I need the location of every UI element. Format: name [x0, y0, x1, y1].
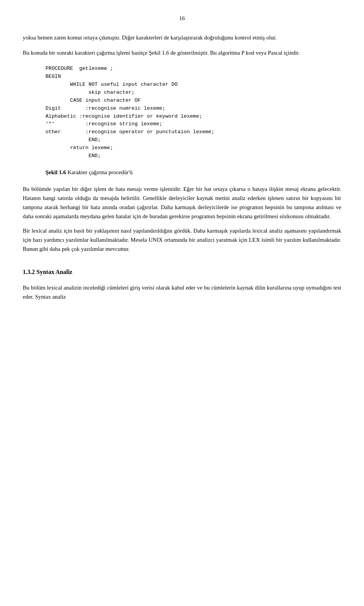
- section-heading: 1.3.2 Syntax Analiz: [23, 269, 341, 275]
- final-para: Bu bölüm lexical analizin incelediği cüm…: [23, 283, 341, 301]
- figure-caption: Şekil 1.6 Karakter çağırma procedür'ü: [46, 168, 341, 177]
- intro-para1: yoksa hemen zaten komut ortaya çıkmıştır…: [23, 33, 341, 42]
- body-para1: Bu bölümde yapılan bir diğer işlem de ha…: [23, 184, 341, 221]
- figure-label: Şekil 1.6: [46, 169, 66, 175]
- body-para2: Bir lexical analiz için basit bir yaklaş…: [23, 226, 341, 253]
- code-block: PROCEDURE getlexeme ; BEGIN WHILE NOT us…: [46, 65, 341, 160]
- page-number: 16: [23, 15, 341, 22]
- figure-caption-text: Karakter çağırma procedür'ü: [66, 169, 133, 175]
- intro-para2: Bu konuda bir sonraki karakteri çağırma …: [23, 48, 341, 57]
